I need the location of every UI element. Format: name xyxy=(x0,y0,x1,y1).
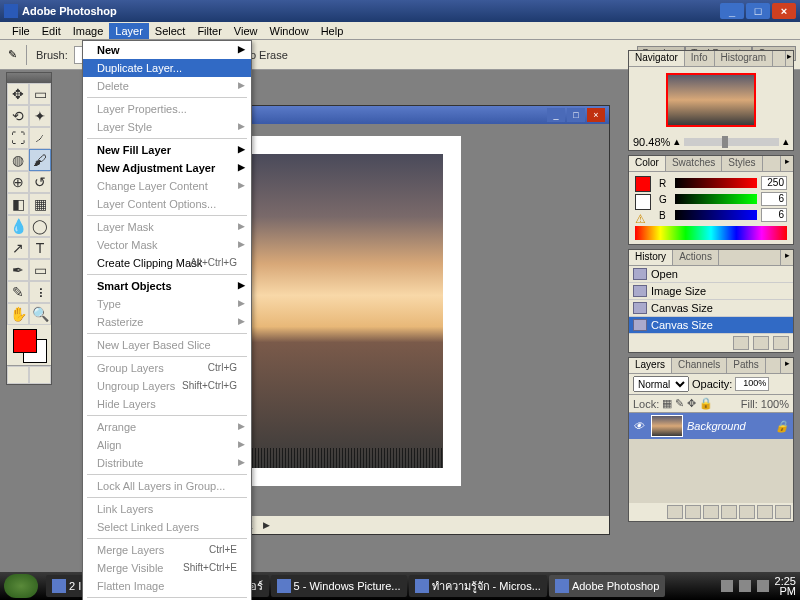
hand-tool[interactable]: ✋ xyxy=(7,303,29,325)
history-snapshot-button[interactable] xyxy=(753,336,769,350)
menu-help[interactable]: Help xyxy=(315,23,350,39)
menu-item-duplicate-layer-[interactable]: Duplicate Layer... xyxy=(83,59,251,77)
adjustment-layer-button[interactable] xyxy=(721,505,737,519)
doc-minimize-button[interactable]: _ xyxy=(547,108,565,122)
doc-close-button[interactable]: × xyxy=(587,108,605,122)
group-button[interactable] xyxy=(739,505,755,519)
history-trash-button[interactable] xyxy=(773,336,789,350)
visibility-icon[interactable]: 👁 xyxy=(633,420,647,432)
menu-item-create-clipping-mask[interactable]: Create Clipping MaskAlt+Ctrl+G xyxy=(83,254,251,272)
panel-menu-icon[interactable]: ▸ xyxy=(786,51,793,66)
menu-item-new-adjustment-layer[interactable]: New Adjustment Layer▶ xyxy=(83,159,251,177)
menu-edit[interactable]: Edit xyxy=(36,23,67,39)
notes-tool[interactable]: ✎ xyxy=(7,281,29,303)
color-swatches[interactable] xyxy=(7,325,51,365)
history-item[interactable]: Image Size xyxy=(629,283,793,300)
dodge-tool[interactable]: ◯ xyxy=(29,215,51,237)
menu-item-smart-objects[interactable]: Smart Objects▶ xyxy=(83,277,251,295)
fill-input[interactable]: 100% xyxy=(761,398,789,410)
tab-actions[interactable]: Actions xyxy=(673,250,719,265)
menu-file[interactable]: File xyxy=(6,23,36,39)
panel-menu-icon[interactable]: ▸ xyxy=(781,250,793,265)
menu-image[interactable]: Image xyxy=(67,23,110,39)
tray-icon[interactable] xyxy=(739,580,751,592)
gamut-warning-icon[interactable]: ⚠ xyxy=(635,212,655,226)
zoom-tool[interactable]: 🔍 xyxy=(29,303,51,325)
zoom-out-icon[interactable]: ▴ xyxy=(674,135,680,148)
tab-channels[interactable]: Channels xyxy=(672,358,727,373)
close-button[interactable]: × xyxy=(772,3,796,19)
new-layer-button[interactable] xyxy=(757,505,773,519)
pen-tool[interactable]: ✒ xyxy=(7,259,29,281)
blend-mode-select[interactable]: Normal xyxy=(633,376,689,392)
menu-filter[interactable]: Filter xyxy=(191,23,227,39)
zoom-in-icon[interactable]: ▴ xyxy=(783,135,789,148)
lock-transparency-icon[interactable]: ▦ xyxy=(662,397,672,410)
navigator-thumbnail[interactable] xyxy=(666,73,756,127)
shape-tool[interactable]: ▭ xyxy=(29,259,51,281)
panel-menu-icon[interactable]: ▸ xyxy=(781,156,793,171)
clock[interactable]: 2:25PM xyxy=(775,576,796,596)
history-brush-tool[interactable]: ↺ xyxy=(29,171,51,193)
menu-window[interactable]: Window xyxy=(264,23,315,39)
layer-style-button[interactable] xyxy=(685,505,701,519)
opacity-input[interactable]: 100% xyxy=(735,377,769,391)
lock-move-icon[interactable]: ✥ xyxy=(687,397,696,410)
menu-item-new[interactable]: New▶ xyxy=(83,41,251,59)
history-new-doc-button[interactable] xyxy=(733,336,749,350)
eyedropper-tool[interactable]: ⫶ xyxy=(29,281,51,303)
eraser-tool[interactable]: ◧ xyxy=(7,193,29,215)
green-value[interactable]: 6 xyxy=(761,192,787,206)
minimize-button[interactable]: _ xyxy=(720,3,744,19)
tab-info[interactable]: Info xyxy=(685,51,715,66)
blur-tool[interactable]: 💧 xyxy=(7,215,29,237)
taskbar-button[interactable]: Adobe Photoshop xyxy=(549,575,665,597)
fg-color-swatch[interactable] xyxy=(13,329,37,353)
color-bg-swatch[interactable] xyxy=(635,194,651,210)
taskbar-button[interactable]: ทำความรู้จัก - Micros... xyxy=(409,575,547,597)
tab-styles[interactable]: Styles xyxy=(722,156,762,171)
brush-tool[interactable]: 🖌 xyxy=(29,149,51,171)
red-value[interactable]: 250 xyxy=(761,176,787,190)
tab-history[interactable]: History xyxy=(629,250,673,265)
link-layers-button[interactable] xyxy=(667,505,683,519)
color-fg-swatch[interactable] xyxy=(635,176,651,192)
layer-mask-button[interactable] xyxy=(703,505,719,519)
crop-tool[interactable]: ⛶ xyxy=(7,127,29,149)
color-spectrum[interactable] xyxy=(635,226,787,240)
layer-name[interactable]: Background xyxy=(687,420,746,432)
gradient-tool[interactable]: ▦ xyxy=(29,193,51,215)
menu-item-new-fill-layer[interactable]: New Fill Layer▶ xyxy=(83,141,251,159)
tab-color[interactable]: Color xyxy=(629,156,666,171)
wand-tool[interactable]: ✦ xyxy=(29,105,51,127)
tab-layers[interactable]: Layers xyxy=(629,358,672,373)
lock-brush-icon[interactable]: ✎ xyxy=(675,397,684,410)
quickmask-button[interactable] xyxy=(7,366,29,384)
doc-maximize-button[interactable]: □ xyxy=(567,108,585,122)
marquee-tool[interactable]: ▭ xyxy=(29,83,51,105)
green-slider[interactable] xyxy=(675,194,757,204)
type-tool[interactable]: T xyxy=(29,237,51,259)
tab-swatches[interactable]: Swatches xyxy=(666,156,722,171)
tray-icon[interactable] xyxy=(757,580,769,592)
menu-layer[interactable]: Layer xyxy=(109,23,149,39)
tab-paths[interactable]: Paths xyxy=(727,358,766,373)
panel-menu-icon[interactable]: ▸ xyxy=(781,358,793,373)
layer-row[interactable]: 👁 Background 🔒 xyxy=(629,413,793,439)
layer-thumbnail[interactable] xyxy=(651,415,683,437)
history-item[interactable]: Canvas Size xyxy=(629,317,793,334)
taskbar-button[interactable]: 5 - Windows Picture... xyxy=(271,575,407,597)
heal-tool[interactable]: ◍ xyxy=(7,149,29,171)
history-item[interactable]: Open xyxy=(629,266,793,283)
path-tool[interactable]: ↗ xyxy=(7,237,29,259)
slice-tool[interactable]: ⟋ xyxy=(29,127,51,149)
menu-view[interactable]: View xyxy=(228,23,264,39)
red-slider[interactable] xyxy=(675,178,757,188)
zoom-slider[interactable] xyxy=(684,138,779,146)
move-tool[interactable]: ✥ xyxy=(7,83,29,105)
start-button[interactable] xyxy=(4,574,38,598)
tab-histogram[interactable]: Histogram xyxy=(715,51,774,66)
screenmode-button[interactable] xyxy=(29,366,51,384)
lock-all-icon[interactable]: 🔒 xyxy=(699,397,713,410)
lasso-tool[interactable]: ⟲ xyxy=(7,105,29,127)
